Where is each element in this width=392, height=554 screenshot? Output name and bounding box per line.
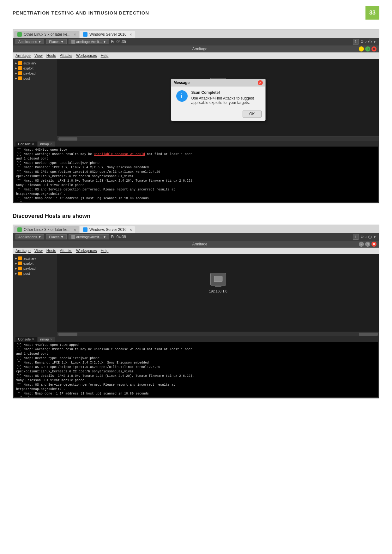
console-area-1: Console ✕ nmap ✕ [*] Nmap: 443/tcp open … <box>14 141 378 202</box>
tab-windows-label-2: Windows Server 2016 <box>89 227 126 232</box>
tab-linux-1[interactable]: Other Linux 3.x or later ke... ✕ <box>14 31 79 38</box>
tree-item-post-1[interactable]: ▶ post <box>15 76 55 81</box>
console-line-4: [*] Nmap: Device type: specialized|WAP|p… <box>16 161 376 166</box>
menu-help-1[interactable]: Help <box>101 53 109 58</box>
linux-tab-icon <box>17 32 22 37</box>
tab-linux-label-2: Other Linux 3.x or later ke... <box>24 227 70 232</box>
menu-workspaces-2[interactable]: Workspaces <box>76 249 97 253</box>
svg-rect-3 <box>214 276 222 282</box>
menu-hosts-1[interactable]: Hosts <box>46 53 56 58</box>
applications-menu-1[interactable]: Applications ▼ <box>15 39 44 44</box>
tab-windows-2[interactable]: Windows Server 2016 ✕ <box>80 226 135 233</box>
os-toolbar-2: Applications ▼ Places ▼ armitage-Armit..… <box>13 233 379 241</box>
tab-linux-close[interactable]: ✕ <box>74 33 76 36</box>
user-menu-1[interactable]: armitage-Armit... ▼ <box>69 39 109 44</box>
label-post-2: post <box>23 272 30 275</box>
console-line-6: [*] Nmap: OS CPE: cpe:/o:ipxe:ipxe:1.0.0… <box>16 170 376 174</box>
places-menu-2[interactable]: Places ▼ <box>46 234 67 239</box>
console-line-12: [*] Nmap: Nmap done: 1 IP address (1 hos… <box>16 196 376 201</box>
menu-workspaces-1[interactable]: Workspaces <box>76 53 97 58</box>
message-titlebar-1: Message ✕ <box>171 79 265 87</box>
tab-linux-label: Other Linux 3.x or later ke... <box>24 32 70 37</box>
menu-attacks-1[interactable]: Attacks <box>60 53 72 58</box>
console-tab-console-2[interactable]: Console ✕ <box>15 337 37 342</box>
tree-item-exploit-2[interactable]: ▶ exploit <box>15 261 55 266</box>
app-title-2: Armitage <box>41 242 359 246</box>
console-tabs-2: Console ✕ nmap ✕ <box>14 336 378 342</box>
tree-item-post-2[interactable]: ▶ post <box>15 271 55 276</box>
tree-item-auxiliary-1[interactable]: ▶ auxiliary <box>15 61 55 66</box>
ok-button-1[interactable]: OK <box>243 111 261 117</box>
os-toolbar-right-1: 1 ⚙ ♪ ⏻ ▼ <box>353 39 377 45</box>
console-tab-nmap-2[interactable]: nmap ✕ <box>38 337 55 342</box>
menu-hosts-2[interactable]: Hosts <box>46 249 56 253</box>
os-toolbar-right-2: 1 ⚙ ♪ ⏻ ▼ <box>353 234 377 240</box>
tree-item-payload-2[interactable]: ▶ payload <box>15 266 55 271</box>
console-tab-close-2[interactable]: ✕ <box>32 338 34 341</box>
folder-exploit-1 <box>18 66 22 70</box>
tree-item-exploit-1[interactable]: ▶ exploit <box>15 66 55 71</box>
nmap-tab-close-2[interactable]: ✕ <box>50 338 53 341</box>
maximize-btn-1[interactable]: □ <box>365 46 370 51</box>
page-header: PENETRATION TESTING AND INTRUSION DETECT… <box>0 0 392 23</box>
folder-exploit-2 <box>18 262 22 265</box>
tab-linux-close-2[interactable]: ✕ <box>74 228 76 232</box>
console-line-5: [*] Nmap: Running: iPXE 1.X, Linux 2.4.X… <box>16 166 376 170</box>
console-tab-close-1[interactable]: ✕ <box>32 142 34 146</box>
menu-help-2[interactable]: Help <box>101 249 109 253</box>
console-line-11: https://nmap.org/submit/ . <box>16 192 376 196</box>
console-line-3: and 1 closed port <box>16 157 376 161</box>
folder-auxiliary-2 <box>18 256 22 260</box>
minimize-btn-1[interactable]: − <box>359 46 364 51</box>
label-exploit-1: exploit <box>23 66 33 70</box>
menu-attacks-2[interactable]: Attacks <box>60 249 72 253</box>
console-line-13: msf > <box>16 201 376 202</box>
console-tab-console-1[interactable]: Console ✕ <box>15 142 37 147</box>
tab-windows-1[interactable]: Windows Server 2016 ✕ <box>80 31 135 38</box>
svg-rect-4 <box>217 282 220 282</box>
console2-line-6: [*] Nmap: OS CPE: cpe:/o:ipxe:ipxe:1.0.0… <box>16 365 376 370</box>
os-toolbar-left-1: Applications ▼ Places ▼ armitage-Armit..… <box>15 39 350 44</box>
user-menu-2[interactable]: armitage-Armit... ▼ <box>69 234 109 239</box>
app-titlebar-2: Armitage − □ ✕ <box>13 241 379 248</box>
close-btn-2[interactable]: ✕ <box>371 242 377 247</box>
os-toolbar-left-2: Applications ▼ Places ▼ armitage-Armit..… <box>15 234 350 239</box>
label-auxiliary-2: auxiliary <box>23 256 36 260</box>
places-menu-1[interactable]: Places ▼ <box>46 39 67 44</box>
titlebar-controls-1: − □ ✕ <box>359 46 377 51</box>
tab-windows-close-2[interactable]: ✕ <box>130 228 132 232</box>
console-tabs-1: Console ✕ nmap ✕ <box>14 141 378 147</box>
menu-armitage-2[interactable]: Armitage <box>15 249 31 253</box>
message-title-1: Message <box>174 81 190 85</box>
main-content-1: ▶ auxiliary ▶ exploit ▶ payload ▶ post <box>13 59 379 141</box>
console2-line-8: [*] Nmap: OS details: iPXE 1.0.0+, Tomat… <box>16 374 376 378</box>
maximize-btn-2[interactable]: □ <box>365 242 370 247</box>
windows-tab-icon <box>83 32 87 37</box>
close-btn-1[interactable]: ✕ <box>371 46 377 51</box>
scrollbar-thumb-2 <box>58 333 77 336</box>
label-payload-2: payload <box>23 267 36 270</box>
menu-view-1[interactable]: View <box>34 53 43 58</box>
folder-post-1 <box>18 76 22 80</box>
message-line1-1: Scan Complete! <box>191 90 254 95</box>
console2-line-2: [*] Nmap: Warning: OSScan results may be… <box>16 347 376 352</box>
applications-menu-2[interactable]: Applications ▼ <box>15 234 44 239</box>
message-close-btn-1[interactable]: ✕ <box>258 80 263 85</box>
message-info-icon-1: i <box>176 90 188 102</box>
nmap-tab-close-1[interactable]: ✕ <box>50 142 53 146</box>
tab-linux-2[interactable]: Other Linux 3.x or later ke... ✕ <box>14 226 79 233</box>
scrollbar-2[interactable] <box>57 332 379 336</box>
tab-windows-close[interactable]: ✕ <box>130 33 132 36</box>
menu-view-2[interactable]: View <box>34 249 43 253</box>
label-auxiliary-1: auxiliary <box>23 61 36 65</box>
tree-item-payload-1[interactable]: ▶ payload <box>15 71 55 76</box>
minimize-btn-2[interactable]: − <box>359 242 364 247</box>
message-dialog-1: Message ✕ i Scan Complete! Use Attacks->… <box>171 79 266 121</box>
tree-item-auxiliary-2[interactable]: ▶ auxiliary <box>15 256 55 261</box>
console-tab-nmap-1[interactable]: nmap ✕ <box>38 142 55 147</box>
folder-payload-1 <box>18 71 22 75</box>
menu-armitage-1[interactable]: Armitage <box>15 53 31 58</box>
console-area-2: Console ✕ nmap ✕ [*] Nmap: 443/tcp open … <box>14 336 378 397</box>
screenshot2: Other Linux 3.x or later ke... ✕ Windows… <box>13 225 379 399</box>
console2-line-10: [*] Nmap: OS and Service detection perfo… <box>16 383 376 387</box>
